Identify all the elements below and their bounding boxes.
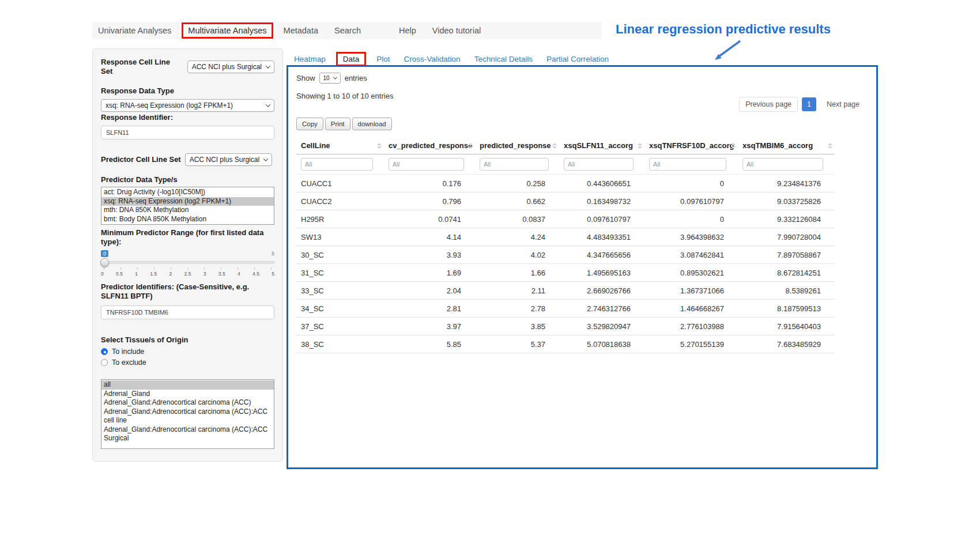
nav-item-video-tutorial[interactable]: Video tutorial (427, 24, 487, 37)
select-value: ACC NCI plus Surgical (190, 156, 259, 164)
slider-tick-mark (120, 267, 121, 270)
cell-line-name: H295R (296, 210, 384, 228)
copy-button[interactable]: Copy (296, 118, 323, 130)
response-identifier-input[interactable] (101, 126, 274, 139)
tab-technical-details[interactable]: Technical Details (474, 55, 533, 63)
predictor-option-act[interactable]: act: Drug Activity (-log10[IC50M]) (101, 188, 274, 197)
slider-max-label: 5 (272, 251, 274, 256)
slider-handle[interactable] (100, 258, 109, 267)
filter-input-cv-predicted-response[interactable] (389, 158, 464, 171)
cell-line-name: 31_SC (296, 264, 384, 282)
slider-tick-label: 3 (203, 271, 206, 277)
slider-tick-label: 1 (135, 271, 138, 277)
cell-value: 0.176 (384, 175, 475, 193)
tissue-list[interactable]: allAdrenal_GlandAdrenal_Gland:Adrenocort… (101, 379, 274, 449)
radio-button-icon (101, 359, 108, 366)
col-header-cv-predicted-response[interactable]: cv_predicted_response (384, 137, 475, 154)
annotation-arrow-icon (707, 38, 747, 67)
nav-item-help[interactable]: Help (393, 24, 422, 37)
filter-input-xsqtmbim6-accorg[interactable] (742, 158, 823, 171)
radio-to-include[interactable]: To include (101, 348, 274, 356)
tissue-option-1[interactable]: Adrenal_Gland (101, 390, 274, 399)
radio-label: To exclude (112, 358, 146, 367)
col-header-label: xsqTNFRSF10D_accorg (649, 141, 734, 150)
cell-value: 3.97 (384, 318, 475, 335)
cell-value: 5.37 (475, 335, 559, 353)
current-page-button[interactable]: 1 (802, 97, 816, 111)
predictor-identifiers-input[interactable] (101, 305, 274, 319)
cell-value: 1.495695163 (559, 264, 644, 282)
col-header-xsqtnfrsf10d-accorg[interactable]: xsqTNFRSF10D_accorg (644, 137, 738, 154)
download-button[interactable]: download (352, 118, 392, 130)
slider-tick-mark (271, 267, 272, 270)
col-header-predicted-response[interactable]: predicted_response (475, 137, 559, 154)
response-cell-line-set-select[interactable]: ACC NCI plus Surgical (187, 61, 274, 73)
cell-value: 7.915640403 (738, 318, 835, 335)
cell-value: 0.662 (475, 193, 559, 210)
next-page-button[interactable]: Next page (820, 97, 866, 112)
nav-item-search[interactable]: Search (329, 24, 367, 37)
tissue-option-all[interactable]: all (101, 380, 274, 390)
min-predictor-range-slider[interactable]: 0 5 00.511.522.533.544.55 (101, 250, 274, 277)
cell-line-name: 38_SC (296, 335, 384, 353)
table-buttons: CopyPrintdownload (296, 118, 868, 130)
slider-tick-mark (171, 267, 171, 270)
previous-page-button[interactable]: Previous page (739, 97, 798, 112)
slider-track[interactable] (101, 258, 274, 267)
predictor-option-xsq[interactable]: xsq: RNA-seq Expression (log2 FPKM+1) (101, 197, 274, 206)
sort-icon (377, 143, 382, 149)
filter-input-predicted-response[interactable] (480, 158, 549, 171)
top-nav: Univariate AnalysesMultivariate Analyses… (92, 22, 602, 39)
sort-icon (638, 143, 642, 149)
cell-value: 3.964398632 (644, 228, 738, 246)
result-tabs: HeatmapDataPlotCross-ValidationTechnical… (294, 52, 609, 66)
tissue-origin-label: Select Tissue/s of Origin (101, 335, 274, 345)
tissue-option-4[interactable]: Adrenal_Gland:Adrenocortical carcinoma (… (101, 425, 274, 443)
predictor-option-mth[interactable]: mth: DNA 850K Methylation (101, 206, 274, 215)
print-button[interactable]: Print (325, 118, 350, 130)
tissue-option-2[interactable]: Adrenal_Gland:Adrenocortical carcinoma (… (101, 398, 274, 407)
cell-value: 0.0741 (384, 210, 475, 228)
tab-heatmap[interactable]: Heatmap (294, 55, 326, 63)
chevron-down-icon (333, 76, 337, 80)
nav-item-univariate-analyses[interactable]: Univariate Analyses (92, 24, 177, 37)
cell-line-name: SW13 (296, 228, 384, 246)
tab-cross-validation[interactable]: Cross-Validation (404, 55, 461, 63)
radio-to-exclude[interactable]: To exclude (101, 358, 274, 367)
predictor-data-type-list[interactable]: act: Drug Activity (-log10[IC50M])xsq: R… (101, 187, 274, 225)
cell-value: 4.24 (475, 228, 559, 246)
predictor-cell-line-set-select[interactable]: ACC NCI plus Surgical (185, 153, 272, 166)
col-header-label: CellLine (301, 141, 330, 150)
cell-value: 0 (644, 175, 738, 193)
col-header-cellline[interactable]: CellLine (296, 137, 384, 154)
cell-value: 2.11 (475, 282, 559, 300)
cell-value: 7.683485929 (738, 335, 835, 353)
table-header-row: CellLinecv_predicted_responsepredicted_r… (296, 137, 835, 154)
tissue-option-3[interactable]: Adrenal_Gland:Adrenocortical carcinoma (… (101, 407, 274, 425)
slider-tick-mark (137, 267, 138, 270)
response-data-type-select[interactable]: xsq: RNA-seq Expression (log2 FPKM+1) (101, 99, 274, 112)
cell-value: 0.258 (475, 175, 559, 193)
filter-input-xsqtnfrsf10d-accorg[interactable] (649, 158, 726, 171)
col-header-xsqtmbim6-accorg[interactable]: xsqTMBIM6_accorg (738, 137, 835, 154)
results-panel: Show 10 entries Showing 1 to 10 of 10 en… (287, 65, 878, 469)
cell-value: 5.270155139 (644, 335, 738, 353)
tab-partial-correlation[interactable]: Partial Correlation (546, 55, 609, 63)
slider-value-badge: 0 (101, 250, 108, 257)
show-entries-suffix: entries (345, 74, 367, 82)
entries-count-select[interactable]: 10 (319, 73, 341, 84)
col-header-xsqslfn11-accorg[interactable]: xsqSLFN11_accorg (559, 137, 644, 154)
filter-input-cellline[interactable] (301, 158, 373, 171)
show-entries-prefix: Show (296, 74, 315, 82)
cell-value: 2.776103988 (644, 318, 738, 335)
slider-tick-label: 2.5 (184, 271, 191, 277)
nav-item-multivariate-analyses[interactable]: Multivariate Analyses (182, 22, 273, 39)
filter-input-xsqslfn11-accorg[interactable] (564, 158, 634, 171)
cell-value: 2.04 (384, 282, 475, 300)
tab-plot[interactable]: Plot (376, 55, 390, 63)
response-cell-line-set-label: Response Cell Line Set (101, 58, 183, 76)
nav-item-metadata[interactable]: Metadata (278, 24, 324, 37)
tab-data[interactable]: Data (336, 52, 367, 66)
results-table: CellLinecv_predicted_responsepredicted_r… (296, 137, 835, 353)
predictor-option-bmt[interactable]: bmt: Body DNA 850K Methylation (101, 215, 274, 224)
